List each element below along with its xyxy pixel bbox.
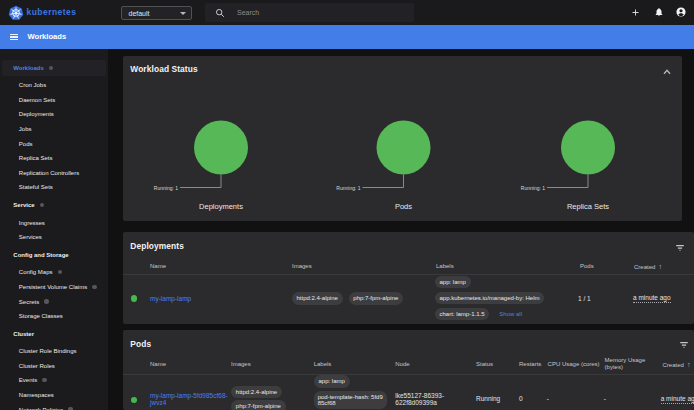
svg-text:Running: 1: Running: 1 [336,185,360,191]
svg-text:Running: 1: Running: 1 [521,185,545,191]
svg-text:Running: 1: Running: 1 [154,185,178,191]
